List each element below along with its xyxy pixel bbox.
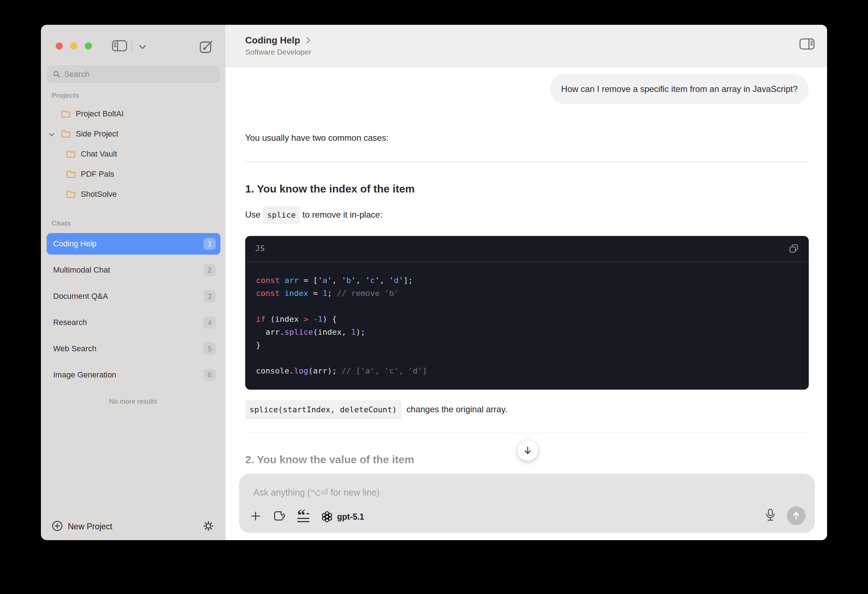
folder-icon: [61, 110, 71, 118]
sidebar-project-project-boltai[interactable]: Project BoltAI: [41, 104, 226, 124]
model-name-label: gpt-5.1: [337, 512, 364, 522]
sidebar-chat-image-generation[interactable]: Image Generation6: [47, 364, 220, 386]
inline-code-splice-signature: splice(startIndex, deleteCount): [245, 400, 402, 420]
close-window-button[interactable]: [56, 42, 63, 50]
new-project-button[interactable]: New Project: [68, 522, 112, 532]
add-project-icon: [52, 520, 63, 533]
chats-section-label: Chats: [52, 219, 226, 228]
chat-label: Web Search: [53, 344, 97, 353]
section-1-heading: 1. You know the index of the item: [245, 181, 809, 197]
code-line: const arr = ['a', 'b', 'c', 'd'];: [256, 274, 798, 287]
chat-count-badge: 6: [204, 369, 216, 381]
use-splice-line: Use splice to remove it in-place:: [245, 206, 809, 224]
chat-scroll-area[interactable]: How can I remove a specific item from an…: [226, 67, 827, 540]
chat-count-badge: 4: [204, 316, 216, 329]
settings-gear-icon[interactable]: [202, 520, 215, 534]
sidebar-chat-web-search[interactable]: Web Search5: [47, 338, 220, 359]
main-pane: Coding Help Software Developer How can I…: [226, 25, 827, 540]
chat-label: Coding Help: [53, 239, 97, 248]
post-code-line: splice(startIndex, deleteCount) changes …: [245, 400, 809, 420]
sidebar-bottom-bar: New Project: [41, 519, 226, 534]
sidebar-project-shotsolve[interactable]: ShotSolve: [41, 184, 226, 204]
project-label: PDF Pals: [81, 170, 114, 179]
toggle-right-panel-icon[interactable]: [799, 37, 815, 52]
code-line: console.log(arr); // ['a', 'c', 'd']: [256, 365, 798, 377]
code-block-header: JS: [245, 236, 809, 262]
minimize-window-button[interactable]: [70, 42, 77, 50]
code-line: arr.splice(index, 1);: [256, 326, 798, 339]
composer: Ask anything (⌥⏎ for new line) “ gpt-5.1: [239, 474, 815, 533]
sidebar-chat-coding-help[interactable]: Coding Help1: [47, 233, 220, 255]
user-message-bubble: How can I remove a specific item from an…: [550, 74, 809, 104]
sidebar-chat-research[interactable]: Research4: [47, 312, 220, 333]
composer-toolbar: “ gpt-5.1: [251, 510, 364, 524]
chevron-down-icon[interactable]: [139, 44, 146, 51]
chat-count-badge: 5: [204, 343, 216, 355]
microphone-icon[interactable]: [765, 508, 776, 523]
assistant-subtitle: Software Developer: [245, 47, 827, 57]
scroll-to-bottom-button[interactable]: [517, 440, 538, 461]
arrow-down-icon: [523, 445, 532, 455]
chat-transcript: How can I remove a specific item from an…: [226, 74, 827, 468]
project-label: Side Project: [76, 129, 118, 139]
expand-chevron-icon[interactable]: [49, 129, 55, 139]
chat-title[interactable]: Coding Help: [245, 34, 300, 46]
chat-count-badge: 3: [204, 290, 216, 302]
chat-label: Multimodal Chat: [53, 265, 110, 275]
folder-icon: [66, 170, 76, 178]
no-more-results-label: No more results: [41, 397, 226, 405]
sidebar-project-pdf-pals[interactable]: PDF Pals: [41, 164, 226, 184]
chat-count-badge: 2: [204, 264, 216, 276]
code-line: }: [256, 339, 798, 352]
send-button[interactable]: [787, 506, 806, 525]
folder-icon: [61, 130, 71, 138]
breadcrumb-chevron-icon: [306, 37, 311, 44]
toggle-sidebar-icon[interactable]: [111, 39, 128, 53]
openai-logo-icon: [321, 511, 333, 523]
inline-code-splice: splice: [263, 206, 300, 224]
code-line: [256, 300, 798, 313]
main-header: Coding Help Software Developer: [226, 25, 827, 67]
project-label: ShotSolve: [81, 190, 117, 199]
prompt-quote-icon[interactable]: “: [297, 511, 309, 522]
search-placeholder: Search: [64, 69, 89, 79]
code-language-label: JS: [255, 244, 265, 253]
desktop-background: Search Projects Project BoltAISide Proje…: [0, 0, 868, 594]
folder-icon: [66, 150, 76, 158]
code-line: const index = 1; // remove 'b': [256, 287, 798, 300]
chat-label: Research: [53, 318, 87, 327]
project-label: Project BoltAI: [76, 109, 124, 118]
search-input[interactable]: Search: [47, 65, 220, 83]
folder-icon: [66, 190, 76, 198]
toolbar-divider: [131, 40, 132, 52]
plugins-icon[interactable]: [272, 510, 285, 524]
code-line: [256, 352, 798, 365]
chat-count-badge: 1: [204, 238, 216, 250]
chat-label: Image Generation: [53, 370, 116, 380]
compose-icon[interactable]: [198, 38, 215, 56]
breadcrumb: Coding Help: [245, 34, 827, 46]
chat-label: Document Q&A: [53, 292, 108, 301]
sidebar-chat-document-q-a[interactable]: Document Q&A3: [47, 285, 220, 307]
projects-section-label: Projects: [52, 92, 226, 99]
sidebar-chat-multimodal-chat[interactable]: Multimodal Chat2: [47, 259, 220, 281]
search-icon: [53, 70, 61, 78]
sidebar: Search Projects Project BoltAISide Proje…: [41, 25, 226, 540]
code-body: const arr = ['a', 'b', 'c', 'd'];const i…: [245, 262, 809, 390]
attach-plus-icon[interactable]: [251, 511, 261, 523]
assistant-intro-text: You usually have two common cases:: [245, 132, 809, 144]
divider: [245, 162, 809, 163]
message-input[interactable]: Ask anything (⌥⏎ for new line): [254, 487, 379, 498]
app-window: Search Projects Project BoltAISide Proje…: [41, 25, 827, 540]
code-line: if (index > -1) {: [256, 313, 798, 326]
arrow-up-icon: [791, 511, 801, 521]
copy-code-icon[interactable]: [789, 244, 799, 254]
sidebar-project-chat-vault[interactable]: Chat Vault: [41, 144, 226, 164]
code-block: JS const arr = ['a', 'b', 'c', 'd'];cons…: [245, 236, 809, 390]
sidebar-project-side-project[interactable]: Side Project: [41, 124, 226, 144]
divider: [245, 433, 809, 433]
chats-list: Coding Help1Multimodal Chat2Document Q&A…: [41, 233, 226, 390]
zoom-window-button[interactable]: [85, 42, 92, 50]
model-selector[interactable]: gpt-5.1: [321, 511, 364, 523]
projects-list: Project BoltAISide ProjectChat VaultPDF …: [41, 99, 226, 204]
